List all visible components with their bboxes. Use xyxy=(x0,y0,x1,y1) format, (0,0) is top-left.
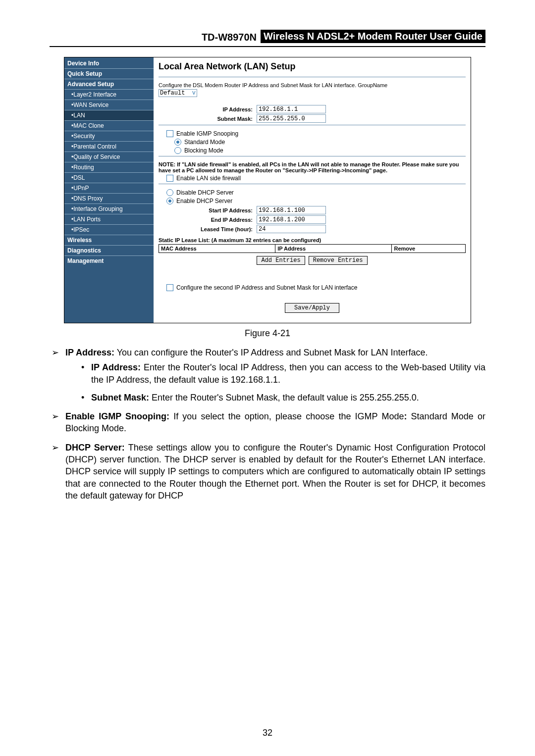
igmp-label: Enable IGMP Snooping xyxy=(176,130,238,137)
page-number: 32 xyxy=(0,728,535,738)
nav-management[interactable]: Management xyxy=(64,255,154,266)
end-ip-label: End IP Address: xyxy=(159,217,257,223)
static-lease-title: Static IP Lease List: (A maximum 32 entr… xyxy=(159,237,466,243)
divider xyxy=(159,77,466,77)
nav-diagnostics[interactable]: Diagnostics xyxy=(64,245,154,255)
nav-advanced-setup[interactable]: Advanced Setup xyxy=(64,79,154,89)
lease-label: Leased Time (hour): xyxy=(159,226,257,232)
second-ip-checkbox[interactable] xyxy=(166,284,173,291)
start-ip-input[interactable] xyxy=(257,206,326,214)
nav-upnp[interactable]: •UPnP xyxy=(64,183,154,193)
nav-dsl[interactable]: •DSL xyxy=(64,172,154,183)
firewall-checkbox[interactable] xyxy=(166,175,173,182)
nav-mac-clone[interactable]: •MAC Clone xyxy=(64,120,154,131)
nav-lan-ports[interactable]: •LAN Ports xyxy=(64,214,154,224)
nav-wireless[interactable]: Wireless xyxy=(64,235,154,245)
nav-routing[interactable]: •Routing xyxy=(64,162,154,172)
nav-layer2[interactable]: •Layer2 Interface xyxy=(64,89,154,100)
mask-input[interactable] xyxy=(257,114,326,123)
mode-blk-label: Blocking Mode xyxy=(184,147,223,154)
divider xyxy=(159,184,466,184)
nav-qos[interactable]: •Quality of Service xyxy=(64,151,154,162)
sub-bullet-mask: Subnet Mask: Enter the Router's Subnet M… xyxy=(65,392,485,403)
nav-device-info[interactable]: Device Info xyxy=(64,58,154,68)
nav-dns-proxy[interactable]: •DNS Proxy xyxy=(64,193,154,203)
dhcp-disable-label: Disable DHCP Server xyxy=(176,189,234,196)
nav-ipsec[interactable]: •IPSec xyxy=(64,224,154,235)
content-panel: Local Area Network (LAN) Setup Configure… xyxy=(154,57,471,323)
bullet-ip: IP Address: You can configure the Router… xyxy=(50,347,485,403)
divider xyxy=(159,156,466,156)
save-apply-button[interactable]: Save/Apply xyxy=(285,303,339,313)
mask-label: Subnet Mask: xyxy=(159,116,257,122)
nav-quick-setup[interactable]: Quick Setup xyxy=(64,68,154,79)
second-ip-label: Configure the second IP Address and Subn… xyxy=(176,284,357,291)
nav-parental[interactable]: •Parental Control xyxy=(64,141,154,151)
model-label: TD-W8970N xyxy=(202,32,257,43)
body-text: IP Address: You can configure the Router… xyxy=(50,347,485,502)
sub-bullet-ip: IP Address: Enter the Router's local IP … xyxy=(65,361,485,386)
th-ip: IP Address xyxy=(275,245,392,253)
figure-caption: Figure 4-21 xyxy=(50,328,485,339)
add-entries-button[interactable]: Add Entries xyxy=(257,256,305,265)
nav-security[interactable]: •Security xyxy=(64,131,154,141)
intro-text: Configure the DSL Modem Router IP Addres… xyxy=(159,82,466,88)
nav-wan[interactable]: •WAN Service xyxy=(64,100,154,110)
firewall-note: NOTE: If "LAN side firewall" is enabled,… xyxy=(159,161,466,173)
dhcp-enable-label: Enable DHCP Server xyxy=(176,198,232,204)
groupname-value: Default xyxy=(160,90,185,97)
groupname-select[interactable]: Default v xyxy=(159,89,197,97)
start-ip-label: Start IP Address: xyxy=(159,207,257,213)
chevron-down-icon: v xyxy=(189,90,196,97)
mode-std-radio[interactable] xyxy=(174,139,181,146)
lease-input[interactable] xyxy=(257,225,326,233)
end-ip-input[interactable] xyxy=(257,215,326,224)
bullet-igmp: Enable IGMP Snooping: If you select the … xyxy=(50,410,485,435)
firewall-label: Enable LAN side firewall xyxy=(176,175,241,182)
ip-input[interactable] xyxy=(257,105,326,113)
nav-iface-group[interactable]: •Interface Grouping xyxy=(64,203,154,214)
bullet-dhcp: DHCP Server: These settings allow you to… xyxy=(50,442,485,502)
divider xyxy=(159,125,466,125)
remove-entries-button[interactable]: Remove Entries xyxy=(309,256,368,265)
nav-sidebar: Device Info Quick Setup Advanced Setup •… xyxy=(64,57,154,323)
router-screenshot: Device Info Quick Setup Advanced Setup •… xyxy=(64,57,471,323)
guide-title: Wireless N ADSL2+ Modem Router User Guid… xyxy=(261,30,485,43)
igmp-checkbox[interactable] xyxy=(166,130,173,137)
mode-std-label: Standard Mode xyxy=(184,139,225,146)
dhcp-disable-radio[interactable] xyxy=(166,189,173,196)
lease-table: MAC Address IP Address Remove xyxy=(159,244,466,253)
header-rule xyxy=(50,46,485,47)
mode-blk-radio[interactable] xyxy=(174,147,181,154)
th-mac: MAC Address xyxy=(159,245,275,253)
page-title: Local Area Network (LAN) Setup xyxy=(159,61,466,72)
nav-lan[interactable]: •LAN xyxy=(64,110,154,120)
ip-label: IP Address: xyxy=(159,106,257,112)
dhcp-enable-radio[interactable] xyxy=(166,198,173,204)
th-remove: Remove xyxy=(392,245,466,253)
